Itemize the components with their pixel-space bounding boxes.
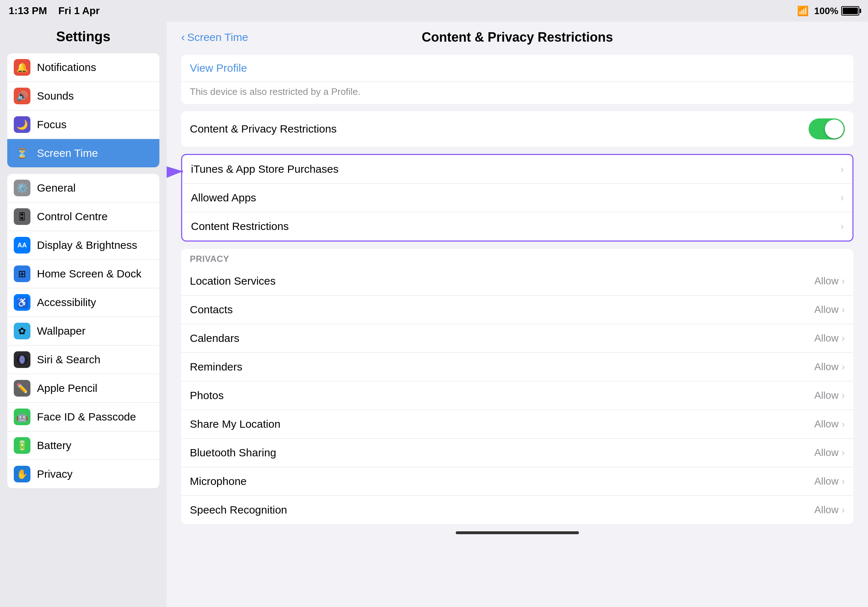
- sidebar-item-privacy[interactable]: ✋ Privacy: [7, 460, 160, 488]
- content-restrictions-chevron-icon: ›: [840, 221, 844, 232]
- itunes-section-wrapper: iTunes & App Store Purchases › Allowed A…: [181, 154, 854, 242]
- sidebar: Settings 🔔 Notifications 🔊 Sounds 🌙 Focu…: [0, 22, 167, 607]
- contacts-right: Allow ›: [814, 304, 845, 316]
- back-label: Screen Time: [187, 31, 248, 43]
- location-chevron-icon: ›: [842, 275, 845, 287]
- sidebar-item-control-centre[interactable]: 🎛 Control Centre: [7, 203, 160, 231]
- sidebar-item-label: General: [37, 182, 76, 194]
- status-right-icons: 📶 100%: [797, 5, 860, 17]
- calendars-chevron-icon: ›: [842, 333, 845, 344]
- view-profile-link[interactable]: View Profile: [181, 55, 854, 82]
- allowed-section-highlighted: iTunes & App Store Purchases › Allowed A…: [181, 154, 854, 242]
- toggle-label: Content & Privacy Restrictions: [190, 123, 336, 135]
- speech-recognition-row[interactable]: Speech Recognition Allow ›: [181, 496, 854, 524]
- sidebar-item-wallpaper[interactable]: ✿ Wallpaper: [7, 317, 160, 345]
- sidebar-item-display[interactable]: AA Display & Brightness: [7, 231, 160, 260]
- contacts-row[interactable]: Contacts Allow ›: [181, 296, 854, 324]
- photos-chevron-icon: ›: [842, 390, 845, 401]
- sidebar-item-label: Notifications: [37, 61, 96, 74]
- sidebar-item-siri[interactable]: Siri & Search: [7, 345, 160, 374]
- share-location-chevron-icon: ›: [842, 418, 845, 430]
- battery-container: 100%: [814, 5, 860, 17]
- sidebar-item-accessibility[interactable]: ♿ Accessibility: [7, 288, 160, 317]
- allowed-apps-chevron-icon: ›: [840, 192, 844, 204]
- status-bar: 1:13 PM Fri 1 Apr 📶 100%: [0, 0, 868, 22]
- sidebar-item-apple-pencil[interactable]: ✏️ Apple Pencil: [7, 374, 160, 403]
- share-location-value: Allow: [814, 418, 839, 430]
- control-centre-icon: 🎛: [14, 208, 30, 225]
- bluetooth-row[interactable]: Bluetooth Sharing Allow ›: [181, 438, 854, 467]
- content-restrictions-label: Content Restrictions: [191, 220, 289, 232]
- calendars-row[interactable]: Calendars Allow ›: [181, 324, 854, 353]
- status-time-date: 1:13 PM Fri 1 Apr: [9, 5, 100, 17]
- content-privacy-toggle[interactable]: [809, 118, 845, 139]
- sidebar-item-label: Accessibility: [37, 296, 96, 308]
- content-header: ‹ Screen Time Content & Privacy Restrict…: [167, 22, 868, 51]
- allowed-apps-row[interactable]: Allowed Apps ›: [182, 184, 852, 212]
- sidebar-group-2: ⚙️ General 🎛 Control Centre AA Display &…: [7, 174, 160, 488]
- photos-row[interactable]: Photos Allow ›: [181, 381, 854, 410]
- reminders-row[interactable]: Reminders Allow ›: [181, 353, 854, 381]
- sidebar-item-label: Wallpaper: [37, 325, 85, 337]
- toggle-section: Content & Privacy Restrictions: [181, 111, 854, 147]
- sidebar-item-notifications[interactable]: 🔔 Notifications: [7, 53, 160, 82]
- sounds-icon: 🔊: [14, 88, 30, 104]
- photos-label: Photos: [190, 389, 223, 402]
- location-value: Allow: [814, 275, 839, 287]
- microphone-row[interactable]: Microphone Allow ›: [181, 467, 854, 496]
- general-icon: ⚙️: [14, 180, 30, 196]
- reminders-right: Allow ›: [814, 361, 845, 373]
- battery-icon: [841, 6, 859, 15]
- screen-time-icon: ⏳: [14, 145, 30, 161]
- content-privacy-toggle-row: Content & Privacy Restrictions: [181, 111, 854, 147]
- sidebar-item-label: Home Screen & Dock: [37, 268, 141, 280]
- battery-fill: [843, 8, 858, 14]
- bluetooth-value: Allow: [814, 447, 839, 458]
- home-screen-icon: ⊞: [14, 265, 30, 282]
- photos-value: Allow: [814, 390, 839, 401]
- sidebar-item-sounds[interactable]: 🔊 Sounds: [7, 82, 160, 110]
- battery-percent: 100%: [814, 5, 839, 17]
- wifi-icon: 📶: [797, 5, 809, 17]
- battery-sidebar-icon: 🔋: [14, 437, 30, 454]
- bluetooth-chevron-icon: ›: [842, 447, 845, 458]
- sidebar-item-battery[interactable]: 🔋 Battery: [7, 431, 160, 460]
- share-location-row[interactable]: Share My Location Allow ›: [181, 410, 854, 438]
- calendars-label: Calendars: [190, 332, 239, 344]
- itunes-label: iTunes & App Store Purchases: [191, 163, 338, 175]
- location-label: Location Services: [190, 275, 276, 287]
- page-title: Content & Privacy Restrictions: [422, 30, 613, 45]
- wallpaper-icon: ✿: [14, 323, 30, 339]
- itunes-purchases-row[interactable]: iTunes & App Store Purchases ›: [182, 155, 852, 184]
- sidebar-item-screen-time[interactable]: ⏳ Screen Time: [7, 139, 160, 167]
- accessibility-icon: ♿: [14, 294, 30, 311]
- sidebar-item-face-id[interactable]: 🤖 Face ID & Passcode: [7, 403, 160, 431]
- reminders-label: Reminders: [190, 361, 242, 373]
- notifications-icon: 🔔: [14, 59, 30, 76]
- back-button[interactable]: ‹ Screen Time: [181, 30, 248, 44]
- view-profile-text: View Profile: [190, 62, 247, 74]
- profile-description: This device is also restricted by a Prof…: [181, 82, 854, 104]
- microphone-chevron-icon: ›: [842, 475, 845, 487]
- bluetooth-right: Allow ›: [814, 447, 845, 458]
- share-location-label: Share My Location: [190, 418, 281, 430]
- sidebar-item-general[interactable]: ⚙️ General: [7, 174, 160, 203]
- microphone-value: Allow: [814, 475, 839, 487]
- sidebar-item-focus[interactable]: 🌙 Focus: [7, 110, 160, 139]
- sidebar-item-label: Focus: [37, 118, 67, 131]
- display-icon: AA: [14, 237, 30, 254]
- sidebar-item-label: Control Centre: [37, 211, 108, 223]
- sidebar-item-label: Battery: [37, 439, 71, 452]
- location-services-row[interactable]: Location Services Allow ›: [181, 267, 854, 296]
- privacy-icon: ✋: [14, 466, 30, 482]
- sidebar-item-label: Screen Time: [37, 147, 98, 159]
- calendars-value: Allow: [814, 333, 839, 344]
- sidebar-group-1: 🔔 Notifications 🔊 Sounds 🌙 Focus ⏳ Scree…: [7, 53, 160, 167]
- sidebar-item-label: Privacy: [37, 468, 73, 480]
- focus-icon: 🌙: [14, 116, 30, 133]
- content-body: View Profile This device is also restric…: [167, 51, 868, 552]
- sidebar-item-home-screen[interactable]: ⊞ Home Screen & Dock: [7, 260, 160, 288]
- content-restrictions-row[interactable]: Content Restrictions ›: [182, 212, 852, 240]
- allowed-apps-label: Allowed Apps: [191, 192, 256, 204]
- main-container: Settings 🔔 Notifications 🔊 Sounds 🌙 Focu…: [0, 22, 868, 607]
